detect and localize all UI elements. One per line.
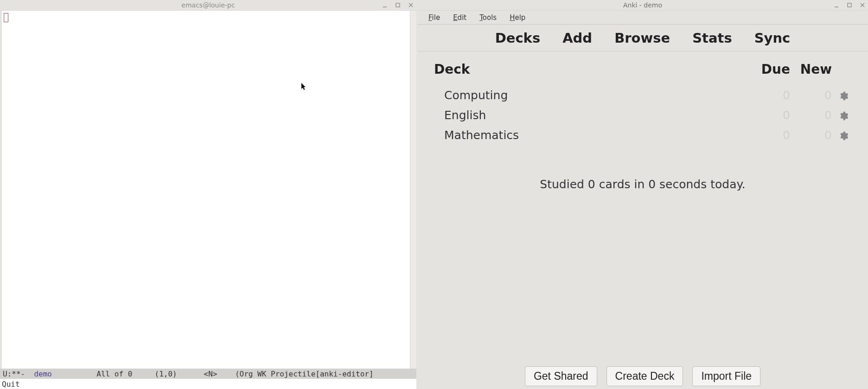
modeline-line-col: (1,0) [155, 370, 177, 378]
emacs-buffer[interactable] [2, 11, 410, 369]
modeline-spacer4 [217, 370, 235, 378]
emacs-modeline[interactable]: U:**- demo All of 0 (1,0) <N> (Org WK Pr… [0, 369, 416, 379]
maximize-icon[interactable] [846, 1, 853, 9]
get-shared-button[interactable]: Get Shared [525, 366, 597, 386]
anki-footer: Get Shared Create Deck Import File [417, 363, 868, 389]
tab-browse[interactable]: Browse [614, 30, 670, 46]
maximize-icon[interactable] [394, 1, 402, 9]
menu-help-rest: elp [515, 13, 525, 22]
anki-window-controls [833, 1, 866, 9]
menu-file-ul: F [428, 13, 432, 22]
modeline-spacer2 [132, 370, 154, 378]
minimize-icon[interactable] [381, 1, 389, 9]
menu-edit-ul: E [453, 13, 457, 22]
menu-help-ul: H [510, 13, 515, 22]
modeline-buffer-name: demo [34, 370, 52, 378]
emacs-scrollbar[interactable] [410, 11, 416, 369]
col-header-new: New [790, 62, 832, 77]
emacs-cursor [4, 13, 8, 22]
mouse-pointer-icon [301, 83, 306, 91]
anki-titlebar: Anki - demo [417, 0, 868, 11]
emacs-echo-area: Quit [0, 379, 416, 389]
menu-tools-ul: T [479, 13, 483, 22]
close-icon[interactable] [407, 1, 415, 9]
gear-icon[interactable] [832, 108, 855, 122]
tab-sync[interactable]: Sync [754, 30, 791, 46]
anki-main-tabs: Decks Add Browse Stats Sync [417, 25, 868, 51]
anki-menubar: File Edit Tools Help [417, 11, 868, 25]
deck-row: Computing 0 0 [417, 85, 868, 105]
svg-rect-5 [848, 3, 851, 7]
create-deck-button[interactable]: Create Deck [606, 366, 683, 386]
menu-tools-rest: ools [483, 13, 497, 22]
deck-new: 0 [790, 108, 832, 122]
tab-stats[interactable]: Stats [692, 30, 732, 46]
anki-window-title: Anki - demo [417, 1, 868, 9]
emacs-window-controls [381, 1, 415, 9]
emacs-body [0, 11, 416, 369]
menu-help[interactable]: Help [503, 12, 532, 24]
deck-table-header: Deck Due New [417, 51, 868, 85]
study-status-text: Studied 0 cards in 0 seconds today. [417, 178, 868, 191]
tab-decks[interactable]: Decks [495, 30, 540, 46]
gear-icon[interactable] [832, 128, 855, 142]
modeline-position: All of 0 [96, 370, 132, 378]
minimize-icon[interactable] [833, 1, 840, 9]
col-header-deck: Deck [434, 62, 748, 77]
menu-edit-rest: dit [458, 13, 467, 22]
deck-due: 0 [748, 108, 790, 122]
tab-add[interactable]: Add [562, 30, 592, 46]
anki-window: Anki - demo File Edit Tools Help Decks A… [417, 0, 868, 389]
deck-row: Mathematics 0 0 [417, 125, 868, 145]
menu-file[interactable]: File [422, 12, 447, 24]
import-file-button[interactable]: Import File [692, 366, 760, 386]
menu-edit[interactable]: Edit [447, 12, 473, 24]
deck-name[interactable]: English [434, 108, 748, 122]
col-header-due: Due [748, 62, 790, 77]
deck-new: 0 [790, 89, 832, 102]
deck-due: 0 [748, 128, 790, 142]
deck-row: English 0 0 [417, 105, 868, 125]
modeline-spacer3 [177, 370, 204, 378]
emacs-window: emacs@louie-pc U:**- demo All of 0 (1,0)… [0, 0, 416, 389]
emacs-titlebar: emacs@louie-pc [0, 0, 416, 11]
close-icon[interactable] [859, 1, 866, 9]
menu-tools[interactable]: Tools [473, 12, 503, 24]
deck-due: 0 [748, 89, 790, 102]
modeline-state: <N> [204, 370, 217, 378]
emacs-echo-text: Quit [2, 380, 20, 389]
deck-new: 0 [790, 128, 832, 142]
gear-icon[interactable] [832, 89, 855, 102]
deck-name[interactable]: Mathematics [434, 128, 748, 142]
modeline-modes: (Org WK Projectile[anki-editor] [235, 370, 374, 378]
anki-content: Deck Due New Computing 0 0 English 0 0 [417, 51, 868, 363]
modeline-prefix: U:**- [3, 370, 34, 378]
modeline-spacer1 [52, 370, 96, 378]
menu-file-rest: ile [432, 13, 440, 22]
deck-name[interactable]: Computing [434, 89, 748, 102]
emacs-window-title: emacs@louie-pc [0, 1, 416, 9]
svg-rect-1 [396, 3, 400, 7]
deck-list: Computing 0 0 English 0 0 Mathematics 0 … [417, 85, 868, 145]
